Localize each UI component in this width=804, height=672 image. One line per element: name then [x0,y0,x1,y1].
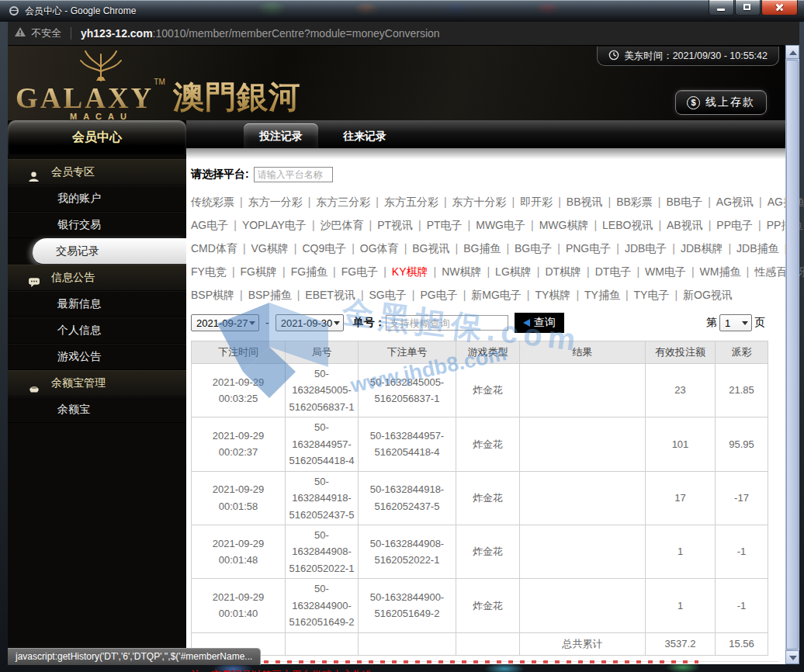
sidebar-item-member-zone[interactable]: 会员专区 [8,159,186,185]
cell-time: 2021-09-29 00:02:37 [192,417,286,471]
platform-link[interactable]: FY电竞 [191,265,227,278]
platform-link[interactable]: 沙巴体育 [321,219,364,231]
separator: | [243,242,246,255]
separator: | [308,196,311,208]
platform-link[interactable]: BB视讯 [567,196,603,208]
separator: | [412,289,415,301]
platform-link[interactable]: LEBO视讯 [602,219,653,231]
scrollbar-thumb[interactable] [786,60,799,649]
sidebar-item-personal-info[interactable]: 个人信息 [8,317,186,344]
chevron-down-icon [742,321,748,325]
platform-link[interactable]: OG体育 [360,242,399,255]
platform-link[interactable]: YOPLAY电子 [242,219,307,231]
platform-link[interactable]: AB视讯 [667,219,703,231]
platform-link[interactable]: BB彩票 [616,196,653,208]
tab-bet-records[interactable]: 投注记录 [244,123,318,148]
platform-link[interactable]: BG电子 [515,242,552,255]
window-titlebar: 会员中心 - Google Chrome [0,0,804,22]
platform-link[interactable]: FG电子 [341,265,378,278]
scroll-down-button[interactable] [785,650,799,664]
platform-link[interactable]: DT电子 [595,265,632,278]
platform-link[interactable]: SG电子 [369,289,407,301]
platform-link[interactable]: 传统彩票 [191,196,234,208]
platform-link[interactable]: BG视讯 [412,242,449,255]
vertical-scrollbar[interactable] [785,45,799,664]
sidebar-item-yuebao[interactable]: 余额宝 [8,397,186,423]
platform-link[interactable]: JDB捕鱼 [736,242,778,255]
platform-link[interactable]: JDB棋牌 [681,242,723,255]
platform-link[interactable]: 新OG视讯 [683,289,733,301]
sidebar-item-transaction-records[interactable]: 交易记录 [33,238,186,265]
sidebar-item-game-announcement[interactable]: 游戏公告 [8,344,186,370]
tab-transfer-records[interactable]: 往来记录 [327,123,402,148]
cell-bet-no: 50-1632844918-5162052437-5 [359,471,456,525]
platform-link[interactable]: BG捕鱼 [463,242,501,255]
platform-link[interactable]: 东方十分彩 [452,196,507,208]
platform-link[interactable]: TY捕鱼 [584,289,620,301]
date-to-select[interactable]: 2021-09-30 [276,314,344,331]
platform-link[interactable]: TY电子 [634,289,670,301]
platform-link[interactable]: BB电子 [667,196,703,208]
cell-time: 2021-09-29 00:01:40 [192,579,286,632]
platform-link[interactable]: AG电子 [191,219,228,231]
sidebar-item-bank-transaction[interactable]: 银行交易 [8,212,186,238]
platform-link[interactable]: KY棋牌 [392,265,428,278]
address-bar[interactable]: 不安全 yh123-12.com:10010/member/memberCent… [8,22,799,46]
platform-link[interactable]: VG棋牌 [251,242,289,255]
page-select[interactable]: 1 [719,314,752,331]
platform-link[interactable]: PP电子 [716,219,753,231]
platform-row: CMD体育|VG棋牌|CQ9电子|OG体育|BG视讯|BG捕鱼|BG电子|PNG… [191,237,785,260]
date-from-select[interactable]: 2021-09-27 [191,314,259,331]
platform-link[interactable]: 新MG电子 [471,289,522,301]
cell-round-no: 50-1632845005-5162056837-1 [286,364,359,417]
platform-link[interactable]: MWG电子 [476,219,525,231]
platform-link[interactable]: EBET视讯 [305,289,355,301]
security-label: 不安全 [31,26,61,40]
platform-link[interactable]: PNG电子 [566,242,611,255]
scroll-up-button[interactable] [785,45,799,59]
platform-link[interactable]: JDB电子 [625,242,667,255]
platform-link[interactable]: NW棋牌 [442,265,481,278]
separator: | [587,265,590,278]
column-header: 局号 [286,341,359,364]
platform-link[interactable]: CQ9电子 [302,242,346,255]
separator: | [674,289,678,301]
platform-link[interactable]: PT电子 [427,219,463,231]
sidebar-item-my-account[interactable]: 我的账户 [8,185,186,212]
server-time-panel: 美东时间：2021/09/30 - 10:55:42 [597,47,779,66]
platform-link[interactable]: WM电子 [645,265,686,278]
url-text[interactable]: yh123-12.com:10010/member/memberCentre?m… [81,27,440,40]
platform-link[interactable]: TY棋牌 [535,289,570,301]
platform-link[interactable]: LG棋牌 [495,265,532,278]
deposit-button[interactable]: $ 线上存款 [675,90,767,115]
maximize-button[interactable] [735,0,761,16]
separator: | [658,219,661,231]
platform-link[interactable]: PT视讯 [377,219,413,231]
search-button[interactable]: 查询 [515,313,564,333]
sidebar-item-label: 交易记录 [56,244,99,257]
platform-link[interactable]: 东方三分彩 [316,196,370,208]
platform-link[interactable]: 东方一分彩 [248,196,303,208]
platform-link[interactable]: FG棋牌 [241,265,277,278]
close-button[interactable] [761,0,798,16]
platform-link[interactable]: 东方五分彩 [384,196,438,208]
sidebar-item-yuebao-manage[interactable]: 余额宝管理 [8,370,186,397]
separator: | [658,196,661,208]
sidebar-item-info-announcement[interactable]: 信息公告 [8,265,186,291]
sidebar-item-latest-info[interactable]: 最新信息 [8,291,186,317]
order-number-label: 单号： [353,316,386,330]
platform-name-input[interactable] [254,167,333,182]
platform-link[interactable]: WM捕鱼 [700,265,741,278]
platform-link[interactable]: DT棋牌 [545,265,581,278]
arrow-up-icon [789,50,797,55]
platform-link[interactable]: BSP捕鱼 [248,289,292,301]
platform-link[interactable]: BSP棋牌 [191,289,234,301]
platform-link[interactable]: FG捕鱼 [291,265,327,278]
platform-link[interactable]: CMD体育 [191,242,237,255]
platform-link[interactable]: PG电子 [420,289,457,301]
minimize-button[interactable] [709,0,734,16]
platform-link[interactable]: 即开彩 [520,196,553,208]
platform-link[interactable]: MWG棋牌 [539,219,589,231]
order-number-input[interactable] [386,315,508,331]
platform-link[interactable]: AG视讯 [716,196,754,208]
